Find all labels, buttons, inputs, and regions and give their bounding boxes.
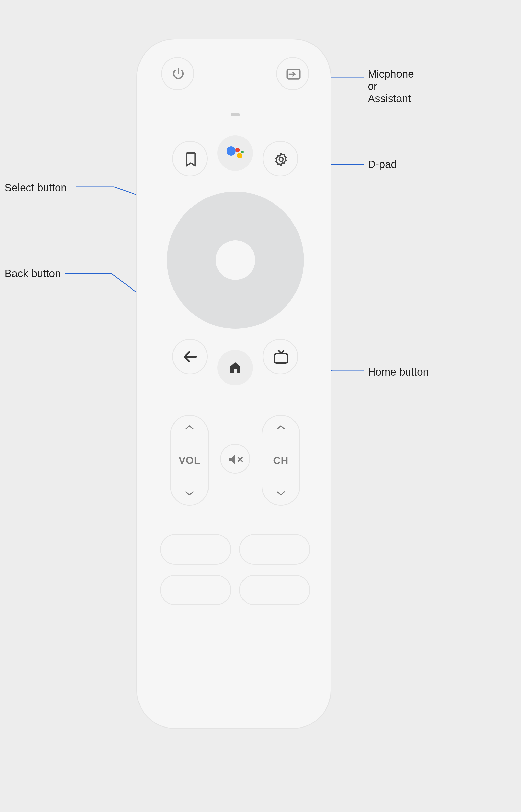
input-button[interactable] [276, 57, 309, 90]
settings-button[interactable] [263, 141, 298, 176]
label-home: Home button [368, 366, 429, 378]
app-button-1[interactable] [160, 534, 231, 565]
mute-icon [228, 453, 244, 466]
power-button[interactable] [161, 57, 194, 90]
home-icon [228, 360, 242, 374]
channel-rocker[interactable]: CH [262, 415, 300, 506]
tv-icon [273, 349, 289, 364]
input-icon [286, 68, 301, 81]
remote-body: VOL [136, 39, 331, 729]
svg-point-4 [241, 151, 244, 153]
bookmark-icon [185, 152, 196, 167]
chevron-up-icon [276, 424, 286, 430]
svg-point-1 [227, 146, 236, 156]
svg-rect-6 [274, 354, 288, 363]
assistant-icon [226, 145, 245, 161]
select-button[interactable] [216, 240, 255, 280]
svg-point-3 [237, 153, 243, 158]
back-button[interactable] [172, 339, 208, 374]
status-led [231, 113, 240, 116]
home-button[interactable] [218, 350, 253, 385]
label-back: Back button [4, 267, 61, 279]
back-icon [183, 350, 198, 363]
bookmark-button[interactable] [172, 141, 208, 176]
channel-label: CH [273, 455, 288, 466]
mute-button[interactable] [220, 444, 250, 474]
volume-label: VOL [179, 455, 200, 466]
svg-point-5 [279, 157, 283, 161]
chevron-down-icon [276, 490, 286, 496]
label-dpad: D-pad [368, 158, 397, 171]
assistant-button[interactable] [218, 135, 253, 171]
app-button-4[interactable] [239, 575, 310, 605]
chevron-down-icon [184, 490, 195, 496]
chevron-up-icon [184, 424, 195, 430]
app-button-3[interactable] [160, 575, 231, 605]
gear-icon [273, 152, 289, 167]
guide-button[interactable] [263, 339, 298, 374]
label-assistant: MicphoneorAssistant [368, 68, 444, 105]
app-button-2[interactable] [239, 534, 310, 565]
volume-rocker[interactable]: VOL [170, 415, 209, 506]
label-select: Select button [4, 182, 67, 194]
power-icon [171, 67, 185, 81]
svg-point-2 [235, 148, 240, 152]
